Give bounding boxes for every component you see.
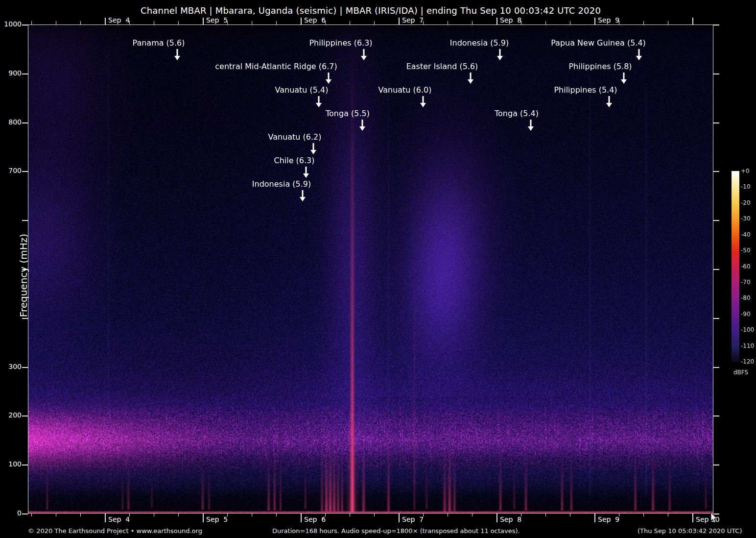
x-axis-top-major-tick	[496, 18, 497, 24]
mouse-cursor-icon	[710, 513, 718, 524]
earthquake-annotation: Panama (5.6)	[132, 38, 185, 48]
x-axis-bottom-minor-tick	[668, 514, 668, 516]
earthquake-annotation: Philippines (5.8)	[568, 62, 632, 71]
x-axis-top-minor-tick	[129, 21, 130, 24]
colorbar-tick-label: -70	[741, 279, 751, 286]
x-axis-top-minor-tick	[350, 21, 350, 24]
x-axis-bottom-major-tick	[692, 514, 693, 522]
x-axis-bottom-minor-tick	[472, 514, 472, 516]
x-axis-top-date-label: Sep 7	[402, 16, 424, 24]
y-axis-right-tick	[713, 24, 719, 25]
y-axis-left-tick	[22, 73, 28, 74]
colorbar-tick-label: -80	[741, 294, 751, 301]
down-arrow-icon	[359, 120, 366, 131]
y-axis-right-tick	[713, 465, 719, 465]
colorbar-tick-label: -90	[741, 311, 751, 318]
x-axis-bottom-minor-tick	[80, 514, 81, 516]
colorbar-gradient	[732, 171, 739, 362]
x-axis-bottom-major-tick	[594, 514, 595, 522]
x-axis-bottom-minor-tick	[545, 514, 546, 516]
down-arrow-icon	[496, 49, 503, 61]
x-axis-bottom-major-tick	[496, 514, 497, 522]
y-axis-tick-label: 900	[0, 69, 22, 77]
y-axis-tick-label: 700	[0, 167, 22, 174]
y-axis-title: Frequency (mHz)	[18, 221, 29, 329]
x-axis-top-date-label: Sep 8	[500, 16, 521, 24]
x-axis-top-minor-tick	[643, 21, 644, 24]
x-axis-top-major-tick	[594, 18, 595, 24]
colorbar-tick-label: -100	[741, 326, 754, 333]
x-axis-top-major-tick	[399, 18, 400, 24]
down-arrow-icon	[360, 49, 367, 61]
x-axis-bottom-minor-tick	[56, 514, 56, 516]
x-axis-top-date-label: Sep 5	[206, 16, 228, 24]
y-axis-tick-label: 300	[0, 363, 22, 370]
y-axis-tick-label: 0	[0, 509, 22, 517]
earthquake-annotation: Philippines (5.4)	[554, 85, 617, 95]
y-axis-right-tick	[713, 73, 719, 74]
y-axis-left-tick	[22, 367, 28, 368]
y-axis-left-tick	[22, 416, 28, 416]
x-axis-top-minor-tick	[56, 21, 56, 24]
y-axis-tick-label: 100	[0, 460, 22, 468]
x-axis-top-date-label: Sep 6	[304, 16, 326, 24]
y-axis-left-tick	[22, 220, 28, 221]
y-axis-tick-label: 1000	[0, 20, 22, 28]
down-arrow-icon	[636, 49, 642, 61]
x-axis-top-minor-tick	[374, 21, 375, 24]
footer-duration: Duration=168 hours. Audio speed-up=1800×…	[272, 527, 520, 535]
y-axis-right-tick	[713, 416, 719, 416]
x-axis-bottom-minor-tick	[31, 514, 32, 516]
x-axis-bottom-date-label: Sep 6	[304, 515, 326, 523]
x-axis-top-minor-tick	[325, 21, 326, 24]
earthquake-annotation: Tonga (5.5)	[326, 109, 370, 118]
x-axis-top-date-label: Sep 4	[108, 16, 130, 24]
y-axis-left-tick	[22, 171, 28, 172]
earthquake-annotation: Chile (6.3)	[274, 156, 314, 165]
x-axis-top-minor-tick	[423, 21, 424, 24]
x-axis-top-major-tick	[105, 18, 106, 24]
x-axis-top-minor-tick	[570, 21, 570, 24]
colorbar-tick-label: -60	[741, 263, 751, 270]
x-axis-top-minor-tick	[448, 21, 448, 24]
x-axis-bottom-date-label: Sep 5	[206, 515, 228, 523]
x-axis-top-minor-tick	[252, 21, 252, 24]
x-axis-top-minor-tick	[545, 21, 546, 24]
x-axis-top-minor-tick	[227, 21, 228, 24]
x-axis-top-minor-tick	[619, 21, 619, 24]
x-axis-bottom-minor-tick	[252, 514, 252, 516]
x-axis-bottom-minor-tick	[350, 514, 350, 516]
earthquake-annotation: Vanuatu (6.0)	[378, 85, 431, 95]
earthquake-annotation: Vanuatu (5.4)	[275, 85, 328, 95]
x-axis-top-minor-tick	[178, 21, 179, 24]
y-axis-tick-label: 800	[0, 118, 22, 126]
earthquake-annotation: Papua New Guinea (5.4)	[551, 38, 646, 48]
colorbar-tick-label: -30	[741, 215, 751, 222]
x-axis-bottom-major-tick	[203, 514, 204, 522]
colorbar-tick-label: -110	[741, 342, 754, 349]
colorbar-tick-label: -40	[741, 231, 751, 238]
y-axis-left-tick	[22, 122, 28, 123]
y-axis-left-tick	[22, 24, 28, 25]
x-axis-bottom-minor-tick	[643, 514, 644, 516]
x-axis-top-minor-tick	[521, 21, 521, 24]
earthquake-annotation: Easter Island (5.6)	[406, 62, 478, 71]
x-axis-bottom-minor-tick	[154, 514, 154, 516]
colorbar-tick-label: -10	[741, 183, 751, 190]
x-axis-bottom-minor-tick	[423, 514, 424, 516]
x-axis-bottom-minor-tick	[227, 514, 228, 516]
y-axis-right-tick	[713, 367, 719, 368]
x-axis-top-minor-tick	[154, 21, 154, 24]
x-axis-bottom-minor-tick	[448, 514, 448, 516]
earthquake-annotation: Vanuatu (6.2)	[268, 132, 321, 142]
x-axis-top-minor-tick	[80, 21, 81, 24]
down-arrow-icon	[420, 96, 426, 108]
x-axis-bottom-minor-tick	[374, 514, 375, 516]
down-arrow-icon	[467, 73, 474, 84]
footer-generated-time: (Thu Sep 10 05:03:42 2020 UTC)	[638, 527, 735, 535]
earthquake-annotation: Indonesia (5.9)	[252, 179, 311, 189]
footer-copyright: © 2020 The Earthsound Project • www.eart…	[28, 527, 202, 535]
x-axis-bottom-minor-tick	[521, 514, 521, 516]
x-axis-bottom-minor-tick	[276, 514, 277, 516]
y-axis-left-tick	[22, 514, 28, 514]
